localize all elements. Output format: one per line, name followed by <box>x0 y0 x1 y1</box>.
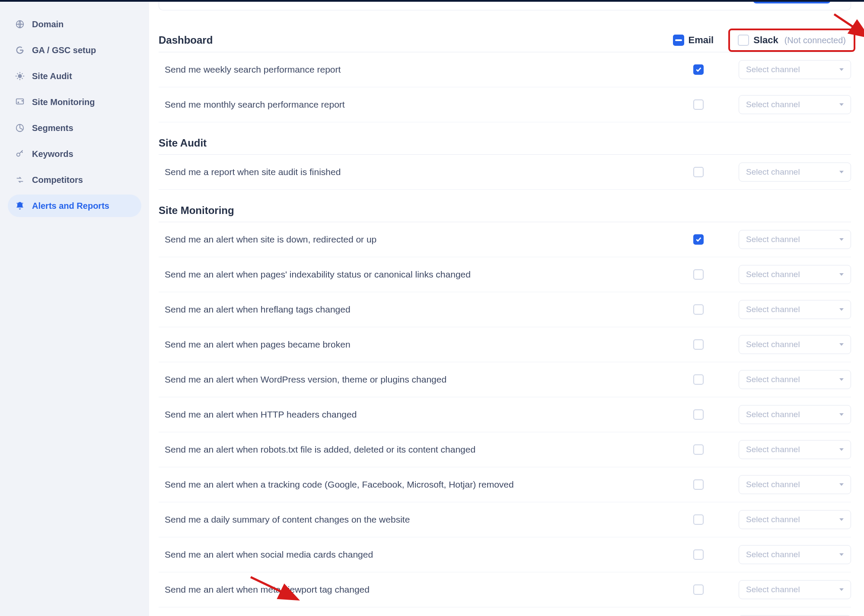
alert-label: Send me a daily summary of content chang… <box>159 514 666 525</box>
select-placeholder: Select channel <box>746 585 800 594</box>
slack-channel-select[interactable]: Select channel <box>739 545 851 564</box>
alert-row: Send me an alert when social media cards… <box>159 537 851 572</box>
email-checkbox[interactable] <box>693 234 704 245</box>
slack-channel-select[interactable]: Select channel <box>739 510 851 529</box>
slack-channel-select[interactable]: Select channel <box>739 580 851 599</box>
email-checkbox[interactable] <box>693 584 704 595</box>
alert-label: Send me an alert when pages became broke… <box>159 339 666 350</box>
column-email: Email <box>673 35 714 46</box>
email-checkbox[interactable] <box>693 479 704 490</box>
sidebar-item-label: Site Audit <box>32 71 72 81</box>
chevron-down-icon <box>839 483 844 486</box>
alert-label: Send me an alert when robots.txt file is… <box>159 444 666 455</box>
select-placeholder: Select channel <box>746 270 800 279</box>
slack-channel-select[interactable]: Select channel <box>739 370 851 389</box>
svg-rect-7 <box>675 39 682 41</box>
sidebar-item-keywords[interactable]: Keywords <box>8 143 141 165</box>
email-checkbox[interactable] <box>693 167 704 177</box>
alert-row: Send me an alert when pages' indexabilit… <box>159 257 851 292</box>
bell-icon <box>15 201 25 211</box>
compare-icon <box>15 175 25 185</box>
alert-row: Send me monthly search performance repor… <box>159 87 851 122</box>
alert-label: Send me a report when site audit is fini… <box>159 167 666 177</box>
alert-row: Send me an alert when WordPress version,… <box>159 362 851 397</box>
slack-channel-select[interactable]: Select channel <box>739 405 851 424</box>
chevron-down-icon <box>839 588 844 591</box>
alert-label: Send me an alert when HTTP headers chang… <box>159 409 666 420</box>
sidebar-item-segments[interactable]: Segments <box>8 117 141 139</box>
sidebar-item-label: Competitors <box>32 175 83 185</box>
sidebar-item-ga-gsc-setup[interactable]: GA / GSC setup <box>8 39 141 61</box>
sidebar-item-alerts-and-reports[interactable]: Alerts and Reports <box>8 195 141 217</box>
alert-row: Send me weekly search performance report… <box>159 52 851 87</box>
slack-channel-select[interactable]: Select channel <box>739 60 851 79</box>
slack-channel-select[interactable]: Select channel <box>739 335 851 354</box>
email-checkbox[interactable] <box>693 99 704 110</box>
slack-master-checkbox[interactable] <box>738 35 749 46</box>
slack-not-connected-note: (Not connected) <box>784 35 846 45</box>
email-column-label: Email <box>689 35 714 46</box>
email-checkbox[interactable] <box>693 304 704 315</box>
primary-button-fragment[interactable] <box>753 0 831 3</box>
chevron-down-icon <box>839 343 844 346</box>
g-logo-icon <box>15 45 25 55</box>
sidebar-item-domain[interactable]: Domain <box>8 13 141 35</box>
select-placeholder: Select channel <box>746 235 800 244</box>
email-checkbox[interactable] <box>693 64 704 75</box>
chevron-down-icon <box>839 448 844 451</box>
email-checkbox[interactable] <box>693 374 704 385</box>
alert-label: Send me an alert when a tracking code (G… <box>159 479 666 490</box>
chevron-down-icon <box>839 308 844 311</box>
select-placeholder: Select channel <box>746 65 800 74</box>
alert-row: Send me an alert when a tracking code (G… <box>159 467 851 502</box>
email-checkbox[interactable] <box>693 269 704 280</box>
svg-point-4 <box>18 102 19 103</box>
alert-label: Send me an alert when site is down, redi… <box>159 234 666 245</box>
chevron-down-icon <box>839 238 844 241</box>
email-checkbox[interactable] <box>693 514 704 525</box>
svg-point-6 <box>17 153 20 156</box>
email-checkbox[interactable] <box>693 549 704 560</box>
select-placeholder: Select channel <box>746 480 800 489</box>
alert-label: Send me an alert when WordPress version,… <box>159 374 666 385</box>
alert-row: Send me an alert when HTTP headers chang… <box>159 397 851 432</box>
select-placeholder: Select channel <box>746 550 800 559</box>
select-placeholder: Select channel <box>746 100 800 109</box>
slack-channel-select[interactable]: Select channel <box>739 265 851 284</box>
bug-icon <box>15 71 25 81</box>
alert-row: Send me an alert when hreflang tags chan… <box>159 292 851 327</box>
chevron-down-icon <box>839 378 844 381</box>
email-master-checkbox[interactable] <box>673 35 684 46</box>
sidebar-item-label: Alerts and Reports <box>32 201 109 211</box>
email-checkbox[interactable] <box>693 444 704 455</box>
sidebar-item-site-monitoring[interactable]: Site Monitoring <box>8 91 141 113</box>
sidebar-item-label: GA / GSC setup <box>32 45 96 55</box>
sidebar-item-label: Domain <box>32 19 64 29</box>
email-checkbox[interactable] <box>693 409 704 420</box>
alert-label: Send me an alert when social media cards… <box>159 549 666 560</box>
alert-row: Send me a report when site audit is fini… <box>159 155 851 190</box>
sidebar-item-site-audit[interactable]: Site Audit <box>8 65 141 87</box>
slack-channel-select[interactable]: Select channel <box>739 475 851 494</box>
section-title: Site Monitoring <box>159 190 851 222</box>
slack-channel-select[interactable]: Select channel <box>739 300 851 319</box>
slack-channel-select[interactable]: Select channel <box>739 95 851 114</box>
alert-row: Send me a daily summary of content chang… <box>159 502 851 537</box>
pie-icon <box>15 123 25 133</box>
chevron-down-icon <box>839 68 844 71</box>
main-panel: DashboardEmailSlack(Not connected)Send m… <box>149 0 864 616</box>
chevron-down-icon <box>839 413 844 416</box>
email-checkbox[interactable] <box>693 339 704 350</box>
select-placeholder: Select channel <box>746 167 800 177</box>
slack-channel-select[interactable]: Select channel <box>739 230 851 249</box>
select-placeholder: Select channel <box>746 515 800 524</box>
slack-channel-select[interactable]: Select channel <box>739 163 851 182</box>
sidebar-item-label: Keywords <box>32 149 73 159</box>
svg-point-1 <box>18 74 22 78</box>
alert-row: Send me an alert when pages became broke… <box>159 327 851 362</box>
slack-channel-select[interactable]: Select channel <box>739 440 851 459</box>
alert-label: Send me an alert when meta viewport tag … <box>159 584 666 595</box>
sidebar-item-competitors[interactable]: Competitors <box>8 169 141 191</box>
select-placeholder: Select channel <box>746 340 800 349</box>
chevron-down-icon <box>839 103 844 106</box>
